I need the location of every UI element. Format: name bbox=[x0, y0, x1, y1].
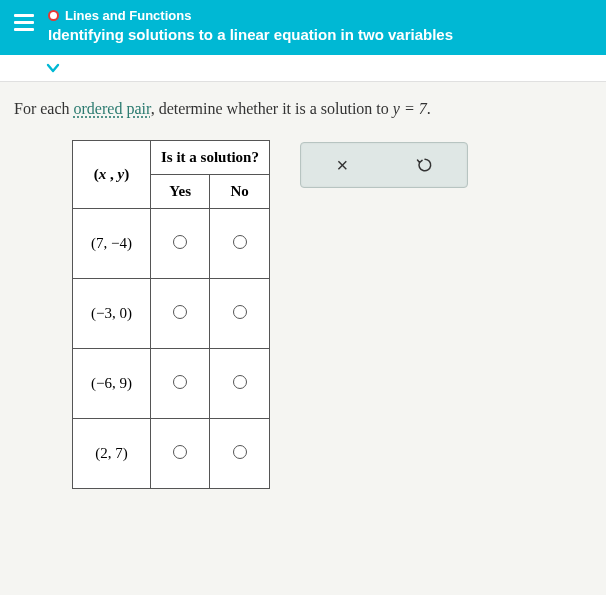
table-row: (7, −4) bbox=[73, 209, 270, 279]
radio-no[interactable] bbox=[233, 305, 247, 319]
breadcrumb-label: Lines and Functions bbox=[65, 8, 191, 23]
expand-row bbox=[0, 55, 606, 82]
radio-yes[interactable] bbox=[173, 235, 187, 249]
radio-no[interactable] bbox=[233, 375, 247, 389]
close-button[interactable]: × bbox=[327, 150, 357, 180]
pair-cell: (−3, 0) bbox=[73, 279, 151, 349]
yes-header: Yes bbox=[150, 175, 209, 209]
pair-cell: (2, 7) bbox=[73, 419, 151, 489]
radio-yes[interactable] bbox=[173, 375, 187, 389]
page-title: Identifying solutions to a linear equati… bbox=[48, 26, 592, 43]
question-header: Is it a solution? bbox=[150, 141, 269, 175]
prompt-suffix: . bbox=[427, 100, 431, 117]
chevron-down-icon[interactable] bbox=[44, 59, 62, 77]
radio-yes[interactable] bbox=[173, 305, 187, 319]
breadcrumb: Lines and Functions bbox=[48, 8, 592, 23]
table-row: (−6, 9) bbox=[73, 349, 270, 419]
reset-button[interactable] bbox=[410, 150, 440, 180]
menu-icon[interactable] bbox=[14, 14, 34, 31]
solution-table: (x , y) Is it a solution? Yes No (7, −4)… bbox=[72, 140, 270, 489]
radio-no[interactable] bbox=[233, 445, 247, 459]
prompt-text: For each ordered pair, determine whether… bbox=[14, 100, 592, 118]
prompt-prefix: For each bbox=[14, 100, 74, 117]
radio-yes[interactable] bbox=[173, 445, 187, 459]
pair-cell: (7, −4) bbox=[73, 209, 151, 279]
no-header: No bbox=[210, 175, 269, 209]
radio-no[interactable] bbox=[233, 235, 247, 249]
prompt-equation: y = 7 bbox=[393, 100, 427, 117]
table-row: (2, 7) bbox=[73, 419, 270, 489]
action-panel: × bbox=[300, 142, 468, 188]
table-row: (−3, 0) bbox=[73, 279, 270, 349]
prompt-middle: , determine whether it is a solution to bbox=[151, 100, 393, 117]
content-area: For each ordered pair, determine whether… bbox=[0, 82, 606, 489]
pair-cell: (−6, 9) bbox=[73, 349, 151, 419]
reset-icon bbox=[415, 155, 435, 175]
header-text: Lines and Functions Identifying solution… bbox=[48, 8, 592, 43]
record-icon bbox=[48, 10, 59, 21]
ordered-pair-link[interactable]: ordered pair bbox=[74, 100, 151, 117]
pair-header: (x , y) bbox=[73, 141, 151, 209]
app-header: Lines and Functions Identifying solution… bbox=[0, 0, 606, 55]
close-icon: × bbox=[337, 154, 349, 177]
